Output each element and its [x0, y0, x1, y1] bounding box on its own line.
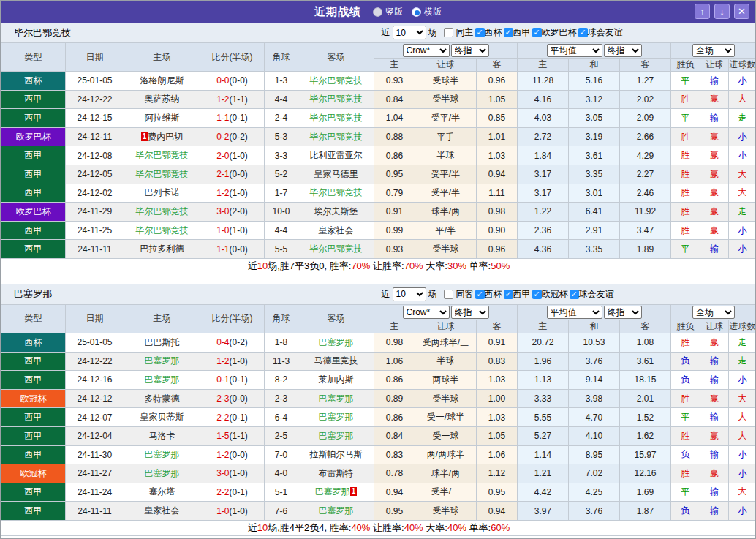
league-checkbox[interactable]: ✓ — [532, 290, 542, 299]
league-label: 欧罗巴杯 — [542, 26, 577, 39]
avg-source-select[interactable]: 平均值 — [547, 44, 602, 57]
radio-vertical-label[interactable]: 竖版 — [385, 6, 403, 18]
league-checkbox[interactable]: ✓ — [532, 28, 542, 37]
score-cell: 1-1(0-0) — [200, 240, 265, 259]
handicap-line: 受平/半 — [415, 184, 477, 203]
odds-home: 0.93 — [374, 72, 415, 91]
match-date: 24-11-11 — [66, 240, 124, 259]
match-date: 24-11-29 — [66, 203, 124, 222]
odds-home: 0.79 — [374, 184, 415, 203]
avg-final-select[interactable]: 终指 — [604, 306, 642, 319]
league-checkbox[interactable]: ✓ — [504, 28, 513, 37]
avg-odds-group-header: 平均值终指 — [518, 43, 671, 59]
column-header: 主场 — [124, 304, 200, 333]
same-venue-checkbox[interactable] — [444, 290, 453, 299]
result-goals: 大 — [729, 483, 756, 502]
crow-final-select[interactable]: 终指 — [451, 306, 489, 319]
league-label: 西杯 — [485, 288, 502, 301]
column-header: 客场 — [298, 304, 374, 333]
odds-away: 1.05 — [477, 90, 518, 109]
result-handicap: 输 — [700, 109, 729, 128]
avg-odds-home: 3.33 — [518, 389, 569, 408]
competition-type-badge: 西甲 — [1, 445, 66, 464]
avg-odds-draw: 3.35 — [569, 240, 620, 259]
crow-source-select[interactable]: Crow* — [403, 306, 450, 319]
away-team: 毕尔巴鄂竞技 — [298, 240, 374, 259]
fulltime-select[interactable]: 全场 — [692, 44, 735, 57]
move-down-button[interactable]: ↓ — [714, 4, 730, 19]
handicap-line: 受半球 — [415, 502, 477, 521]
home-team-name: 巴塞罗那 — [145, 449, 180, 459]
games-count-select[interactable]: 10 — [393, 26, 426, 39]
column-header: 类型 — [1, 304, 66, 333]
match-date: 24-12-07 — [66, 408, 124, 427]
halftime-score: (2-0) — [230, 206, 248, 216]
odds-home: 0.83 — [374, 445, 415, 464]
games-count-select[interactable]: 10 — [393, 287, 426, 301]
close-button[interactable]: ✕ — [734, 4, 749, 19]
avg-odds-away: 4.29 — [620, 146, 671, 165]
result-win-draw-loss: 平 — [671, 240, 700, 259]
avg-source-select[interactable]: 平均值 — [547, 306, 602, 319]
avg-odds-draw: 4.10 — [569, 426, 620, 445]
league-checkbox[interactable]: ✓ — [475, 290, 485, 299]
crow-source-select[interactable]: Crow* — [403, 44, 450, 57]
competition-type-badge: 西杯 — [1, 72, 66, 91]
league-label: 西杯 — [485, 26, 502, 39]
summary-segment: 让胜率: — [370, 522, 404, 533]
away-team-name: 埃尔夫斯堡 — [314, 206, 358, 216]
halftime-score: (1-1) — [230, 94, 248, 105]
home-team: 洛格朗尼斯 — [124, 72, 200, 91]
avg-odds-home: 1.13 — [518, 371, 569, 390]
home-team: 巴列卡诺 — [124, 184, 200, 203]
league-checkbox[interactable]: ✓ — [504, 290, 513, 299]
match-date: 24-12-11 — [66, 127, 124, 146]
match-date: 24-11-11 — [66, 502, 124, 521]
crow-col-header: 让球 — [415, 59, 477, 72]
league-checkbox[interactable]: ✓ — [578, 28, 588, 37]
odds-home: 0.84 — [374, 426, 415, 445]
halftime-score: (0-0) — [230, 75, 248, 86]
crow-final-select[interactable]: 终指 — [451, 44, 489, 57]
handicap-line: 半球 — [415, 352, 477, 371]
match-date: 24-12-04 — [66, 426, 124, 445]
radio-horizontal-layout[interactable] — [412, 7, 421, 17]
avg-odds-away: 3.47 — [620, 221, 671, 240]
league-label: 西甲 — [513, 26, 531, 39]
column-header: 类型 — [1, 43, 66, 72]
radio-vertical-layout[interactable] — [373, 7, 382, 17]
away-team-name: 马德里竞技 — [314, 355, 358, 366]
column-header: 角球 — [265, 43, 298, 72]
avg-odds-away: 1.52 — [620, 408, 671, 427]
fulltime-score: 2-1 — [216, 169, 229, 179]
handicap-line: 受平/半 — [415, 165, 477, 184]
same-venue-checkbox[interactable] — [444, 28, 453, 37]
fulltime-select[interactable]: 全场 — [692, 306, 735, 319]
avg-final-select[interactable]: 终指 — [604, 44, 642, 57]
odds-away: 0.90 — [477, 221, 518, 240]
avg-odds-home: 1.22 — [518, 203, 569, 222]
move-up-button[interactable]: ↑ — [695, 4, 710, 19]
halftime-score: (0-2) — [230, 337, 248, 347]
handicap-line: 受半球 — [415, 389, 477, 408]
avg-odds-away: 12.16 — [620, 464, 671, 483]
result-goals: 大 — [729, 165, 756, 184]
avg-odds-draw: 3.76 — [569, 352, 620, 371]
league-checkbox[interactable]: ✓ — [570, 290, 579, 299]
avg-odds-away: 18.15 — [620, 371, 671, 390]
odds-home: 0.88 — [374, 127, 415, 146]
corner-count: 4-0 — [265, 464, 298, 483]
league-checkbox[interactable]: ✓ — [475, 28, 485, 37]
matches-table: 类型日期主场比分(半场)角球客场Crow*终指平均值终指全场主让球客主和客胜负让… — [1, 42, 756, 259]
home-team: 皇家贝蒂斯 — [124, 408, 200, 427]
filter-controls: 近10场同客✓西杯✓西甲✓欧冠杯✓球会友谊 — [379, 287, 616, 301]
avg-odds-home: 4.42 — [518, 483, 569, 502]
result-goals: 小 — [729, 146, 756, 165]
home-team: 皇家社会 — [124, 502, 200, 521]
league-label: 西甲 — [513, 288, 531, 301]
result-win-draw-loss: 平 — [671, 109, 700, 128]
fulltime-score: 1-2 — [216, 188, 229, 198]
radio-horizontal-label[interactable]: 横版 — [424, 6, 442, 18]
odds-away: 0.96 — [477, 72, 518, 91]
corner-count: 4-4 — [265, 221, 298, 240]
